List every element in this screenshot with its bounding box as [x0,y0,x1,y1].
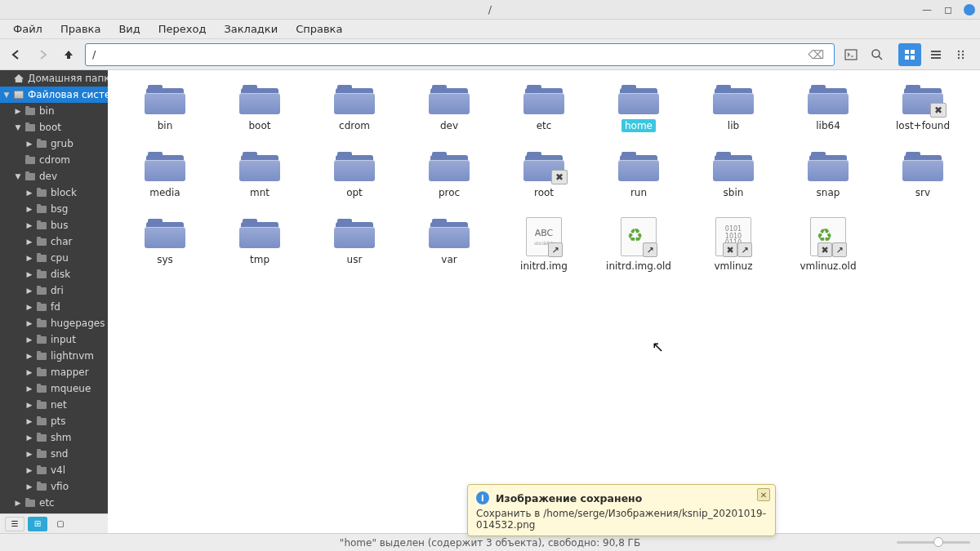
tree-item-disk[interactable]: ▶disk [0,266,108,282]
chevron-down-icon[interactable]: ▼ [13,122,23,132]
tree-item-bus[interactable]: ▶bus [0,217,108,233]
grid-item-mnt[interactable]: mnt [217,147,302,199]
window-minimize-icon[interactable]: — [921,4,933,16]
window-close-icon[interactable] [964,4,975,16]
chevron-right-icon[interactable]: ▶ [24,188,34,198]
up-button[interactable] [59,45,78,64]
tree-item-block[interactable]: ▶block [0,184,108,201]
tree-item-lightnvm[interactable]: ▶lightnvm [0,348,108,364]
tree-item-grub[interactable]: ▶grub [0,136,108,152]
grid-item-opt[interactable]: opt [312,147,397,199]
grid-item-cdrom[interactable]: cdrom [312,80,397,132]
grid-item-vmlinuz-old[interactable]: ♻↗✖vmlinuz.old [786,214,871,273]
tree-item-fd[interactable]: ▶fd [0,299,108,315]
grid-item-home[interactable]: home [596,80,681,132]
grid-item-media[interactable]: media [122,147,207,199]
open-terminal-button[interactable] [841,45,861,64]
grid-item-sys[interactable]: sys [122,214,207,273]
grid-item-initrd-img-old[interactable]: ♻↗initrd.img.old [596,214,681,273]
sidebar-places-button[interactable]: ☰ [5,517,24,531]
chevron-right-icon[interactable]: ▶ [24,384,34,393]
chevron-right-icon[interactable]: ▶ [13,106,23,116]
grid-item-proc[interactable]: proc [407,147,492,199]
chevron-right-icon[interactable]: ▶ [24,465,34,475]
chevron-right-icon[interactable]: ▶ [24,220,34,230]
menu-bookmarks[interactable]: Закладки [216,20,286,38]
grid-item-root[interactable]: ✖root [501,147,586,199]
tree-item-hugepages[interactable]: ▶hugepages [0,315,108,331]
tree-item-cpu[interactable]: ▶cpu [0,250,108,266]
tree-item-shm[interactable]: ▶shm [0,429,108,446]
chevron-right-icon[interactable]: ▶ [24,335,34,344]
grid-item-boot[interactable]: boot [217,80,302,132]
chevron-right-icon[interactable]: ▶ [24,139,34,149]
chevron-down-icon[interactable]: ▼ [2,90,11,100]
chevron-right-icon[interactable]: ▶ [24,318,34,328]
tree-item-etc[interactable]: ▶etc [0,495,108,511]
grid-item-tmp[interactable]: tmp [217,214,302,273]
grid-item-snap[interactable]: snap [786,147,871,199]
chevron-down-icon[interactable]: ▼ [13,171,23,181]
tree-item-cdrom[interactable]: cdrom [0,152,108,168]
chevron-right-icon[interactable]: ▶ [24,400,34,410]
tree-item-v4l[interactable]: ▶v4l [0,462,108,478]
chevron-right-icon[interactable]: ▶ [24,433,34,442]
tree-item-dev[interactable]: ▼dev [0,168,108,184]
menu-file[interactable]: Файл [5,20,51,38]
tree-item-snd[interactable]: ▶snd [0,446,108,462]
chevron-right-icon[interactable]: ▶ [24,351,34,361]
zoom-slider[interactable] [897,536,970,548]
chevron-right-icon[interactable]: ▶ [24,367,34,377]
tree-item-Домашняя-папка[interactable]: Домашняя папка [0,70,108,87]
clear-path-icon[interactable]: ⌫ [804,48,827,61]
tree-item-char[interactable]: ▶char [0,233,108,250]
tree-item-mapper[interactable]: ▶mapper [0,364,108,380]
view-icons-button[interactable] [898,43,921,66]
path-input-box[interactable]: ⌫ [85,43,835,66]
chevron-right-icon[interactable]: ▶ [24,286,34,295]
chevron-right-icon[interactable]: ▶ [24,416,34,426]
tree-item-bin[interactable]: ▶bin [0,103,108,119]
grid-item-srv[interactable]: srv [880,147,965,199]
chevron-right-icon[interactable]: ▶ [24,482,34,491]
menu-edit[interactable]: Правка [52,20,109,38]
toast-close-icon[interactable]: ✕ [757,488,770,501]
menu-go[interactable]: Переход [150,20,215,38]
grid-item-vmlinuz[interactable]: 010110100110↗✖vmlinuz [691,214,776,273]
menu-help[interactable]: Справка [287,20,350,38]
grid-item-bin[interactable]: bin [122,80,207,132]
tree-item-net[interactable]: ▶net [0,397,108,413]
tree-item-mqueue[interactable]: ▶mqueue [0,380,108,397]
view-list-button[interactable] [924,43,947,66]
grid-item-lost-found[interactable]: ✖lost+found [880,80,965,132]
grid-item-etc[interactable]: etc [501,80,586,132]
chevron-right-icon[interactable]: ▶ [13,498,23,508]
path-input[interactable] [92,48,804,60]
chevron-right-icon[interactable]: ▶ [24,237,34,247]
tree-item-vfio[interactable]: ▶vfio [0,478,108,495]
grid-item-lib64[interactable]: lib64 [786,80,871,132]
menu-view[interactable]: Вид [110,20,148,38]
search-button[interactable] [867,45,887,64]
tree-item-pts[interactable]: ▶pts [0,413,108,429]
chevron-right-icon[interactable]: ▶ [24,302,34,312]
sidebar-tree[interactable]: Домашняя папка▼Файловая систем▶bin▼boot▶… [0,70,108,533]
sidebar-extra-button[interactable]: ▢ [51,517,70,531]
grid-item-usr[interactable]: usr [312,214,397,273]
back-button[interactable] [7,45,26,64]
window-maximize-icon[interactable]: ◻ [942,4,954,16]
sidebar-tree-button[interactable]: ⊞ [28,517,47,531]
tree-item-Файловая-систем[interactable]: ▼Файловая систем [0,87,108,103]
chevron-right-icon[interactable]: ▶ [24,204,34,214]
chevron-right-icon[interactable]: ▶ [24,253,34,263]
grid-item-lib[interactable]: lib [691,80,776,132]
grid-item-initrd-img[interactable]: ABCabcdefgh↗initrd.img [501,214,586,273]
tree-item-input[interactable]: ▶input [0,331,108,348]
chevron-right-icon[interactable]: ▶ [24,269,34,279]
tree-item-dri[interactable]: ▶dri [0,282,108,299]
chevron-right-icon[interactable]: ▶ [24,449,34,459]
tree-item-bsg[interactable]: ▶bsg [0,201,108,217]
grid-item-sbin[interactable]: sbin [691,147,776,199]
view-compact-button[interactable] [951,43,973,66]
folder-view[interactable]: binbootcdromdevetchomeliblib64✖lost+foun… [108,70,980,533]
